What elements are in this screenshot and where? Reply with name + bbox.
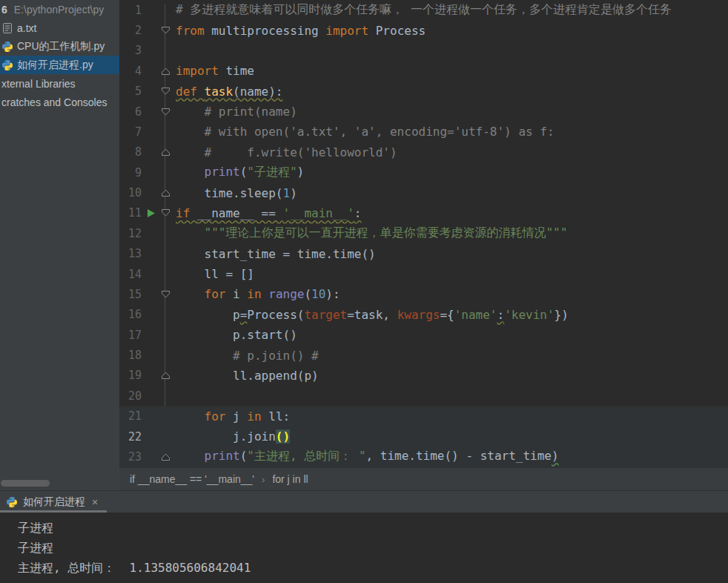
fold-down-icon[interactable] — [159, 208, 171, 217]
fold-down-icon[interactable] — [159, 26, 171, 35]
tree-item[interactable]: 如何开启进程.py — [0, 56, 119, 74]
code-token: 'kevin' — [504, 308, 554, 322]
python-file-icon — [1, 59, 13, 71]
code-line[interactable]: 11if __name__ == '__main__': — [119, 203, 728, 223]
code-token — [176, 165, 205, 179]
python-icon — [6, 496, 18, 508]
project-horizontal-scrollbar[interactable] — [1, 480, 50, 487]
code-line[interactable]: 2from multiprocessing import Process — [119, 20, 728, 40]
breadcrumb-item-if-main[interactable]: if __name__ == '__main__' — [130, 473, 254, 485]
close-icon[interactable]: × — [92, 496, 98, 508]
run-icon[interactable] — [142, 208, 159, 218]
code-line-text: # with open('a.txt', 'a', encoding='utf-… — [171, 125, 555, 139]
breadcrumb-item-for-loop[interactable]: for j in ll — [272, 473, 308, 485]
line-number[interactable]: 19 — [119, 369, 142, 382]
line-number[interactable]: 7 — [119, 125, 142, 139]
code-token: p — [176, 308, 240, 322]
run-tab[interactable]: 如何开启进程 × — [0, 491, 107, 513]
code-line-text: for j in ll: — [171, 409, 290, 424]
code-line[interactable]: 21 for j in ll: — [119, 406, 728, 426]
code-line-text: start_time = time.time() — [171, 247, 376, 261]
tree-item[interactable]: CPU的工作机制.py — [0, 37, 119, 56]
line-number[interactable]: 20 — [119, 389, 142, 403]
line-number[interactable]: 10 — [119, 186, 142, 200]
tree-item[interactable]: cratches and Consoles — [0, 93, 119, 111]
code-token: = — [240, 308, 248, 322]
code-line-text: j.join() — [171, 429, 290, 444]
line-number[interactable]: 4 — [119, 65, 142, 78]
line-number[interactable]: 6 — [119, 105, 142, 119]
fold-up-icon[interactable] — [159, 371, 171, 380]
code-line[interactable]: 22 j.join() — [119, 426, 728, 447]
fold-up-icon[interactable] — [159, 148, 171, 157]
code-token: kwargs — [397, 308, 440, 322]
line-number[interactable]: 11 — [119, 206, 142, 220]
code-line[interactable]: 12 """理论上你是可以一直开进程，单是你需要考虑资源的消耗情况""" — [119, 223, 728, 243]
code-line[interactable]: 7 # with open('a.txt', 'a', encoding='ut… — [119, 122, 728, 142]
line-number[interactable]: 23 — [119, 450, 142, 464]
line-number[interactable]: 1 — [119, 4, 142, 17]
fold-up-icon[interactable] — [159, 67, 171, 76]
line-number[interactable]: 5 — [119, 85, 142, 98]
code-line[interactable]: 8 # f.write('helloworld') — [119, 142, 728, 162]
tree-item-root[interactable]: 6 E:\pythonProject\py — [0, 0, 119, 19]
fold-down-icon[interactable] — [159, 290, 171, 299]
code-token: Process — [368, 24, 426, 38]
fold-down-icon[interactable] — [159, 108, 171, 116]
code-area: 1# 多进程就意味着可以同时做多个任务嘛， 一个进程做一个任务，多个进程肯定是做… — [119, 0, 728, 467]
code-token: i — [225, 287, 247, 301]
code-token: start_time = time.time() — [176, 247, 376, 261]
code-token: in — [247, 409, 261, 424]
code-line[interactable]: 1# 多进程就意味着可以同时做多个任务嘛， 一个进程做一个任务，多个进程肯定是做… — [119, 0, 728, 20]
code-line[interactable]: 15 for i in range(10): — [119, 284, 728, 304]
code-line[interactable]: 9 print("子进程") — [119, 162, 728, 182]
code-line[interactable]: 4import time — [119, 61, 728, 81]
line-number[interactable]: 17 — [119, 329, 142, 342]
code-line[interactable]: 20 — [119, 386, 728, 406]
code-line[interactable]: 5def task(name): — [119, 82, 728, 102]
code-line[interactable]: 3 — [119, 41, 728, 61]
code-line[interactable]: 18 # p.join() # — [119, 345, 728, 365]
tree-item[interactable]: xternal Libraries — [0, 74, 119, 93]
code-line-text: # p.join() # — [171, 349, 319, 363]
code-line-text: """理论上你是可以一直开进程，单是你需要考虑资源的消耗情况""" — [171, 225, 567, 241]
code-line[interactable]: 10 time.sleep(1) — [119, 182, 728, 202]
line-number[interactable]: 12 — [119, 227, 142, 240]
code-token: , time.time() - start_time — [366, 449, 552, 463]
line-number[interactable]: 14 — [119, 268, 142, 281]
code-line[interactable]: 17 p.start() — [119, 325, 728, 345]
code-line[interactable]: 14 ll = [] — [119, 264, 728, 284]
fold-up-icon[interactable] — [159, 452, 171, 461]
code-line-text: # print(name) — [171, 105, 297, 119]
line-number[interactable]: 18 — [119, 349, 142, 362]
line-number[interactable]: 21 — [119, 409, 142, 423]
line-number[interactable]: 13 — [119, 247, 142, 260]
code-token: '__main__' — [283, 206, 354, 220]
code-line[interactable]: 6 # print(name) — [119, 102, 728, 122]
code-line[interactable]: 13 start_time = time.time() — [119, 244, 728, 264]
code-line[interactable]: 19 ll.append(p) — [119, 366, 728, 386]
code-line-text: for i in range(10): — [171, 287, 340, 301]
code-editor[interactable]: 1# 多进程就意味着可以同时做多个任务嘛， 一个进程做一个任务，多个进程肯定是做… — [119, 0, 728, 467]
line-number[interactable]: 22 — [119, 430, 142, 444]
tree-item-label: a.txt — [17, 22, 36, 34]
code-token: 10 — [311, 287, 325, 301]
code-token: if — [176, 206, 197, 220]
code-line[interactable]: 23 print("主进程, 总时间： ", time.time() - sta… — [119, 447, 728, 467]
code-line[interactable]: 16 p=Process(target=task, kwargs={'name'… — [119, 305, 728, 325]
code-token: task — [205, 85, 234, 99]
line-number[interactable]: 2 — [119, 24, 142, 37]
line-number[interactable]: 16 — [119, 308, 142, 321]
line-number[interactable]: 3 — [119, 44, 142, 57]
code-token: ) — [552, 449, 559, 463]
fold-down-icon[interactable] — [159, 87, 171, 96]
line-number[interactable]: 9 — [119, 166, 142, 179]
code-token: in — [247, 287, 261, 301]
tree-item[interactable]: a.txt — [0, 19, 119, 37]
line-number[interactable]: 8 — [119, 145, 142, 159]
line-number[interactable]: 15 — [119, 288, 142, 301]
project-root-name: 6 — [1, 4, 7, 16]
fold-up-icon[interactable] — [159, 188, 171, 197]
python-file-icon — [1, 41, 13, 53]
code-token — [176, 287, 205, 301]
